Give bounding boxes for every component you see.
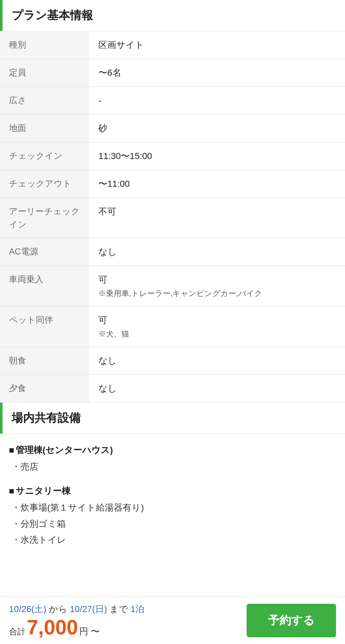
row-value: なし [89, 347, 345, 375]
price-unit: 円 〜 [79, 625, 100, 638]
shared-facilities-header: 場内共有設備 [0, 403, 345, 434]
row-label: ペット同伴 [0, 307, 89, 347]
table-row: 夕食なし [0, 375, 345, 403]
table-row: 車両乗入可※乗用車,トレーラー,キャンピングカー,バイク [0, 266, 345, 307]
plan-basic-info-title: プラン基本情報 [3, 0, 102, 31]
facility-group-title: サニタリー棟 [9, 485, 336, 497]
shared-facilities-title: 場内共有設備 [3, 403, 89, 434]
row-value: 〜6名 [89, 59, 345, 87]
facility-item: ・分別ゴミ箱 [9, 516, 336, 532]
table-row: チェックイン11:30〜15:00 [0, 142, 345, 170]
facility-item: ・炊事場(第１サイト給湯器有り) [9, 500, 336, 516]
date-range: 10/26(土) から 10/27(日) まで 1泊 [9, 603, 144, 615]
plan-basic-info-header: プラン基本情報 [0, 0, 345, 31]
date-from-link[interactable]: 10/26(土) [9, 604, 46, 614]
price-amount: 7,000 [27, 617, 78, 638]
row-value: 可※乗用車,トレーラー,キャンピングカー,バイク [89, 266, 345, 307]
bottom-bar-left: 10/26(土) から 10/27(日) まで 1泊 合計 7,000 円 〜 [9, 603, 144, 638]
table-row: 種別区画サイト [0, 31, 345, 59]
table-row: 朝食なし [0, 347, 345, 375]
row-value: 〜11:00 [89, 170, 345, 198]
table-row: アーリーチェックイン不可 [0, 198, 345, 238]
nights-link[interactable]: 1泊 [131, 604, 145, 614]
row-label: アーリーチェックイン [0, 198, 89, 238]
row-value: 区画サイト [89, 31, 345, 59]
facilities-content: 管理棟(センターハウス)・売店サニタリー棟・炊事場(第１サイト給湯器有り)・分別… [0, 434, 345, 603]
row-value: 11:30〜15:00 [89, 142, 345, 170]
section-accent-bar [0, 0, 3, 31]
table-row: 定員〜6名 [0, 59, 345, 87]
row-value: - [89, 87, 345, 115]
row-sub-value: ※乗用車,トレーラー,キャンピングカー,バイク [98, 288, 336, 299]
row-label: AC電源 [0, 238, 89, 266]
row-value: なし [89, 375, 345, 403]
table-row: 広さ- [0, 87, 345, 115]
reserve-button[interactable]: 予約する [247, 604, 336, 637]
row-label: 定員 [0, 59, 89, 87]
page-wrapper: プラン基本情報 種別区画サイト定員〜6名広さ-地面砂チェックイン11:30〜15… [0, 0, 345, 644]
facility-item: ・売店 [9, 459, 336, 475]
facility-group-title: 管理棟(センターハウス) [9, 444, 336, 456]
table-row: AC電源なし [0, 238, 345, 266]
row-label: 夕食 [0, 375, 89, 403]
row-value: 砂 [89, 115, 345, 142]
date-separator: から [49, 604, 70, 614]
row-label: 地面 [0, 115, 89, 142]
facility-item: ・水洗トイレ [9, 532, 336, 548]
date-to-link[interactable]: 10/27(日) [70, 604, 107, 614]
row-label: 車両乗入 [0, 266, 89, 307]
row-label: 広さ [0, 87, 89, 115]
price-label: 合計 [9, 626, 26, 637]
row-value: なし [89, 238, 345, 266]
price-row: 合計 7,000 円 〜 [9, 617, 144, 638]
row-label: 朝食 [0, 347, 89, 375]
shared-facilities-section: 場内共有設備 管理棟(センターハウス)・売店サニタリー棟・炊事場(第１サイト給湯… [0, 403, 345, 603]
row-sub-value: ※犬、猫 [98, 328, 336, 340]
table-row: 地面砂 [0, 115, 345, 142]
row-label: チェックアウト [0, 170, 89, 198]
facility-group: 管理棟(センターハウス)・売店 [9, 444, 336, 475]
plan-info-table: 種別区画サイト定員〜6名広さ-地面砂チェックイン11:30〜15:00チェックア… [0, 31, 345, 403]
facilities-accent-bar [0, 403, 3, 434]
table-row: ペット同伴可※犬、猫 [0, 307, 345, 347]
facility-group: サニタリー棟・炊事場(第１サイト給湯器有り)・分別ゴミ箱・水洗トイレ [9, 485, 336, 548]
date-until: まで [110, 604, 131, 614]
row-value: 不可 [89, 198, 345, 238]
row-value: 可※犬、猫 [89, 307, 345, 347]
table-row: チェックアウト〜11:00 [0, 170, 345, 198]
row-label: チェックイン [0, 142, 89, 170]
row-label: 種別 [0, 31, 89, 59]
bottom-bar: 10/26(土) から 10/27(日) まで 1泊 合計 7,000 円 〜 … [0, 596, 345, 644]
